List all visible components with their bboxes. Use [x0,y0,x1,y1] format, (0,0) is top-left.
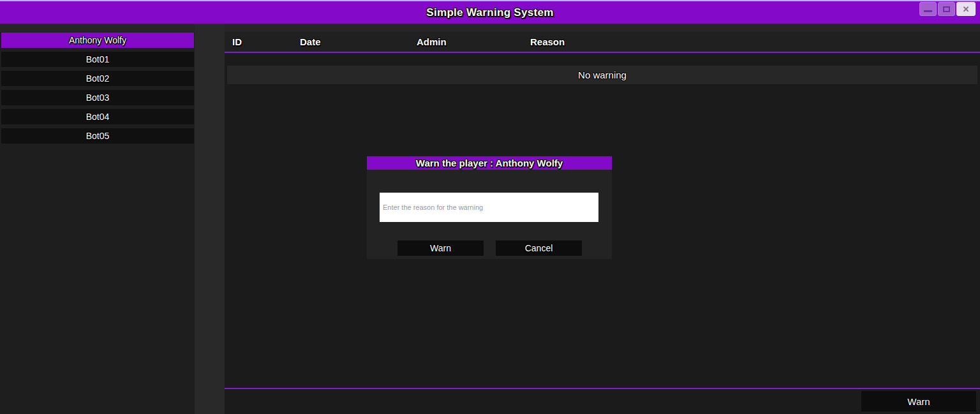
maximize-button[interactable] [938,2,955,16]
footer-divider [225,388,980,389]
window-controls: ✕ [919,2,976,16]
player-row-bot01[interactable]: Bot01 [1,52,194,67]
player-row-bot05[interactable]: Bot05 [1,128,194,144]
titlebar: Simple Warning System [0,1,980,24]
player-row-anthony-wolfy[interactable]: Anthony Wolfy [1,33,194,48]
titlebar-under-band [0,24,980,32]
minimize-button[interactable] [919,2,937,16]
warning-reason-input[interactable] [380,193,598,222]
modal-warn-button[interactable]: Warn [397,240,484,256]
player-sidebar: Anthony Wolfy Bot01 Bot02 Bot03 Bot04 Bo… [0,32,195,414]
table-header-divider [225,52,980,53]
column-header-id: ID [232,34,242,50]
sidebar-divider-strip [195,24,225,414]
player-list: Anthony Wolfy Bot01 Bot02 Bot03 Bot04 Bo… [1,33,194,147]
player-row-bot02[interactable]: Bot02 [1,71,194,86]
close-button[interactable]: ✕ [956,2,976,16]
warn-player-modal: Warn the player : Anthony Wolfy Warn Can… [367,156,612,259]
app-window: Simple Warning System ✕ Anthony Wolfy Bo… [0,0,980,414]
minimize-icon [924,10,932,12]
empty-warnings-row: No warning [227,66,977,84]
footer-warn-button[interactable]: Warn [861,391,976,411]
player-row-bot04[interactable]: Bot04 [1,109,194,124]
column-header-admin: Admin [417,34,447,50]
close-icon: ✕ [963,4,970,14]
player-row-bot03[interactable]: Bot03 [1,90,194,105]
column-header-date: Date [300,34,321,50]
window-title: Simple Warning System [0,1,980,24]
table-header-band [225,32,980,52]
modal-title: Warn the player : Anthony Wolfy [367,156,612,170]
column-header-reason: Reason [530,34,565,50]
modal-cancel-button[interactable]: Cancel [496,240,582,256]
maximize-icon [943,6,950,12]
